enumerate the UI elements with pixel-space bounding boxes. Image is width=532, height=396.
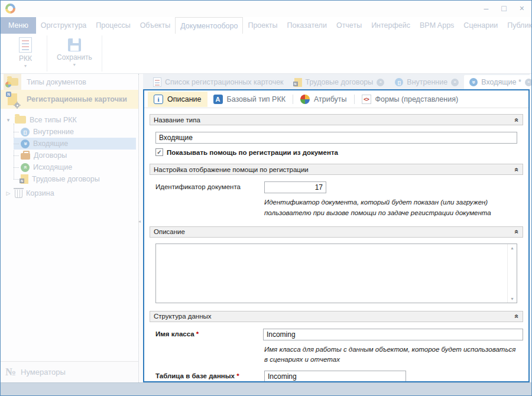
save-floppy-icon — [68, 38, 81, 51]
list-icon — [153, 77, 161, 87]
ribbon: РКК ▾ Сохранить ▾ — [1, 34, 531, 74]
sidebar-splitter[interactable]: ◂ — [138, 74, 143, 382]
sidebar-item-document-types[interactable]: Типы документов — [1, 74, 138, 90]
info-icon: i — [154, 95, 163, 104]
tree-node-labor-contracts[interactable]: N Трудовые договоры — [14, 173, 138, 185]
window-controls: – □ × — [484, 3, 524, 14]
tab-interface[interactable]: Интерфейс — [366, 17, 415, 34]
scroll-down-icon[interactable]: ▼ — [510, 297, 514, 301]
gear-icon — [15, 103, 20, 108]
type-name-input[interactable] — [155, 132, 517, 144]
app-window: – □ × Меню Оргструктура Процессы Объекты… — [0, 0, 532, 396]
splitter-collapse-icon[interactable]: ◂ — [138, 219, 141, 224]
tab-close-icon[interactable]: × — [451, 79, 459, 86]
numero-icon: № — [5, 366, 16, 378]
tab-incoming[interactable]: » Входящие * × — [464, 75, 532, 89]
collapse-section-icon[interactable]: « — [514, 167, 520, 171]
tab-bpm-apps[interactable]: BPM Apps — [415, 17, 459, 34]
tab-processes[interactable]: Процессы — [91, 17, 135, 34]
editor-tab-description[interactable]: i Описание — [148, 92, 207, 107]
section-header-type-name[interactable]: Название типа « — [150, 114, 523, 125]
tab-reports[interactable]: Отчеты — [332, 17, 366, 34]
sidebar-item-label: Нумераторы — [21, 368, 66, 376]
section-title: Настройка отображение помощи по регистра… — [154, 166, 309, 173]
tab-close-icon[interactable]: × — [525, 79, 532, 86]
collapse-section-icon[interactable]: « — [514, 230, 520, 234]
tab-scenarios[interactable]: Сценарии — [459, 17, 502, 34]
tree-node-internal[interactable]: [] Внутренние — [14, 126, 138, 138]
caret-down-icon: ▾ — [24, 64, 27, 68]
trash-icon — [15, 190, 22, 198]
editor-tab-base-rkk-type[interactable]: А Базовый тип РКК — [207, 92, 292, 107]
tab-label: Список регистрационных карточек — [165, 78, 284, 86]
description-textarea[interactable]: ▲ ▼ — [155, 244, 517, 303]
required-marker: * — [236, 372, 239, 379]
minimize-icon[interactable]: – — [484, 3, 489, 14]
sidebar-item-registration-cards[interactable]: N Регистрационные карточки — [1, 90, 138, 109]
editor-tab-bar: i Описание А Базовый тип РКК Атрибуты <>… — [144, 90, 528, 108]
tree-node-label: Внутренние — [33, 128, 74, 136]
save-button[interactable]: Сохранить ▾ — [52, 34, 97, 73]
ribbon-separator — [102, 35, 102, 72]
sidebar-item-label: Регистрационные карточки — [27, 95, 127, 103]
tab-orgstructure[interactable]: Оргструктура — [36, 17, 91, 34]
ribbon-tab-bar: Меню Оргструктура Процессы Объекты Докум… — [1, 17, 531, 34]
tree-expander-icon[interactable]: ▷ — [5, 190, 11, 196]
close-icon[interactable]: × — [520, 3, 524, 14]
outgoing-docs-icon: » — [21, 163, 30, 172]
required-marker: * — [196, 330, 199, 337]
db-table-label: Таблица в базе данных * — [155, 371, 264, 379]
folder-chart-icon — [7, 78, 18, 86]
tree-node-incoming[interactable]: » Входящие — [14, 138, 136, 150]
textarea-scrollbar[interactable]: ▲ ▼ — [507, 244, 517, 303]
collapse-section-icon[interactable]: « — [514, 118, 520, 122]
section-header-data-structure[interactable]: Структура данных « — [150, 311, 523, 322]
tree-node-label: Корзина — [26, 189, 54, 197]
tree-node-trash[interactable]: ▷ Корзина — [1, 187, 138, 199]
document-tab-strip: Список регистрационных карточек N Трудов… — [143, 74, 530, 89]
tab-publication[interactable]: Публикация — [502, 17, 532, 34]
tree-node-label: Договоры — [34, 151, 67, 160]
tab-labor-contracts[interactable]: N Трудовые договоры × — [289, 75, 390, 89]
section-header-help-settings[interactable]: Настройка отображение помощи по регистра… — [150, 164, 523, 175]
sidebar-item-numerators[interactable]: № Нумераторы — [1, 361, 138, 382]
editor-panel: i Описание А Базовый тип РКК Атрибуты <>… — [143, 89, 530, 382]
checkbox-checked-icon[interactable]: ✓ — [155, 148, 163, 156]
document-id-label: Идентификатор документа — [155, 181, 264, 190]
tree-expander-icon[interactable]: ▾ — [5, 117, 11, 123]
db-table-input[interactable] — [264, 371, 406, 381]
tab-document-flow[interactable]: Документооборо — [175, 17, 243, 34]
tree-node-label: Входящие — [33, 139, 68, 148]
document-id-input[interactable] — [264, 181, 326, 193]
tree-node-label: Исходящие — [33, 163, 72, 171]
editor-tab-label: Описание — [167, 95, 202, 103]
tab-close-icon[interactable]: × — [377, 79, 384, 86]
rkk-document-icon — [19, 37, 32, 53]
class-name-help-text: Имя класса для работы с данным объектом,… — [264, 345, 517, 366]
tab-indicators[interactable]: Показатели — [283, 17, 332, 34]
tab-objects[interactable]: Объекты — [135, 17, 176, 34]
app-logo-icon — [5, 4, 15, 14]
tab-registration-cards-list[interactable]: Список регистрационных карточек — [148, 75, 289, 89]
tab-projects[interactable]: Проекты — [243, 17, 282, 34]
collapse-section-icon[interactable]: « — [514, 314, 520, 319]
tree-node-contracts[interactable]: Договоры — [14, 150, 138, 161]
section-header-description[interactable]: Описание « — [150, 226, 523, 238]
show-help-checkbox-row[interactable]: ✓ Показывать помощь по регистрации из до… — [155, 148, 523, 156]
editor-tab-attributes[interactable]: Атрибуты — [294, 92, 353, 107]
tree-node-all-rkk-types[interactable]: ▾ Все типы РКК — [1, 113, 138, 126]
menu-button[interactable]: Меню — [1, 17, 36, 34]
tree-node-outgoing[interactable]: » Исходящие — [14, 161, 138, 173]
rkk-button[interactable]: РКК ▾ — [9, 34, 42, 73]
tab-divider — [354, 95, 355, 104]
tab-internal[interactable]: [] Внутренние × — [390, 75, 464, 89]
class-name-input[interactable] — [263, 329, 523, 340]
status-bar — [1, 382, 531, 395]
editor-tab-forms[interactable]: <> Формы (представления) — [356, 92, 465, 107]
letter-a-icon: А — [213, 95, 223, 104]
maximize-icon[interactable]: □ — [501, 3, 506, 14]
scroll-up-icon[interactable]: ▲ — [510, 246, 514, 250]
tab-label: Входящие * — [481, 78, 521, 86]
labor-contract-doc-icon: N — [294, 78, 302, 87]
sidebar: Типы документов N Регистрационные карточ… — [1, 74, 138, 382]
